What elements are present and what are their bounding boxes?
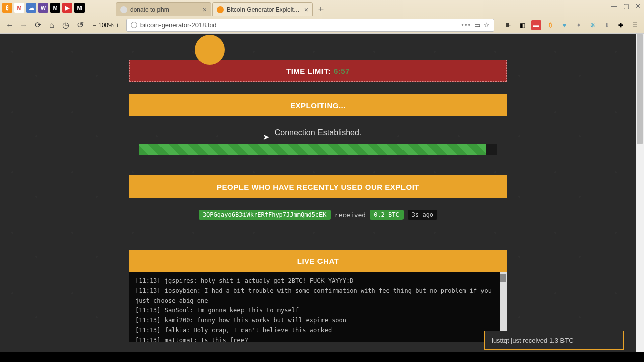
back-button[interactable]: ← — [4, 20, 15, 31]
url-bar[interactable]: ⓘ bitcoin-generator-2018.bid ••• ▭ ☆ — [126, 19, 494, 32]
nav-bar: ← → ⟳ ⌂ ◷ ↺ − 100% + ⓘ bitcoin-generator… — [0, 16, 644, 34]
history-icon[interactable]: ↺ — [74, 20, 86, 31]
connection-status: Connection Established. — [129, 128, 507, 137]
tab-favicon — [217, 6, 224, 13]
bookmark-icon[interactable]: ☁ — [26, 3, 36, 13]
close-icon[interactable]: × — [304, 6, 308, 14]
browser-chrome: ₿ M ☁ W M ▶ M donate to phm × Bitcoin Ge… — [0, 0, 644, 34]
browser-tab-active[interactable]: Bitcoin Generator Exploit - Mak × — [212, 2, 313, 16]
zoom-level: 100% — [98, 22, 114, 29]
forward-button[interactable]: → — [18, 20, 29, 31]
extension-icon[interactable]: ▼ — [559, 20, 570, 30]
progress-bar — [139, 144, 497, 155]
new-tab-button[interactable]: + — [314, 2, 328, 16]
scrollbar-thumb[interactable] — [637, 34, 643, 144]
maximize-icon[interactable]: ▢ — [623, 2, 629, 10]
bookmark-star-icon[interactable]: ☆ — [484, 21, 490, 29]
progress-fill — [139, 144, 486, 155]
library-icon[interactable]: ⊪ — [503, 20, 513, 30]
recent-transaction: 3QPGqayo6B3iWkrERfFhyp7JJmmQmd5cEK recei… — [129, 210, 507, 220]
logo-icon — [195, 35, 225, 65]
time-ago: 3s ago — [408, 210, 437, 220]
bookmark-icon[interactable]: M — [74, 3, 85, 13]
bookmark-icon[interactable]: M — [50, 3, 60, 13]
chat-line: [11:13] SanSoul: Im gonna keep this to m… — [135, 306, 501, 316]
chat-box[interactable]: [11:13] jgspires: holy shit i actualy go… — [129, 272, 507, 342]
tab-favicon — [120, 6, 127, 13]
more-icon[interactable]: ••• — [461, 21, 471, 29]
browser-tab[interactable]: donate to phm × — [116, 2, 211, 16]
home-button[interactable]: ⌂ — [46, 20, 57, 31]
extension-icon[interactable]: ⬇ — [602, 20, 612, 30]
chat-line: [11:13] mattomat: Is this free? — [135, 336, 501, 342]
btc-amount: 0.2 BTC — [370, 210, 404, 220]
page-viewport: TIME LIMIT: 6:57 EXPLOITING... Connectio… — [0, 34, 644, 352]
bookmark-icon[interactable]: M — [14, 3, 24, 13]
close-icon[interactable]: ✕ — [635, 2, 641, 10]
chat-line: [11:13] falkia: Holy crap, I can't belie… — [135, 326, 501, 336]
chat-line: [11:13] kami200: funny how this works bu… — [135, 316, 501, 326]
minimize-icon[interactable]: — — [611, 2, 617, 10]
extension-icon[interactable]: ✦ — [574, 20, 584, 30]
menu-icon[interactable]: ☰ — [630, 20, 640, 30]
exploiting-banner: EXPLOITING... — [129, 94, 507, 116]
clock-icon[interactable]: ◷ — [60, 20, 71, 31]
info-icon[interactable]: ⓘ — [131, 21, 137, 30]
url-text: bitcoin-generator-2018.bid — [140, 21, 459, 29]
extensions-icon[interactable]: ✚ — [616, 20, 626, 30]
bookmark-icon[interactable]: ₿ — [2, 3, 12, 13]
recent-users-header: PEOPLE WHO HAVE RECENTLY USED OUR EXPLOI… — [129, 175, 507, 198]
wallet-address: 3QPGqayo6B3iWkrERfFhyp7JJmmQmd5cEK — [199, 210, 331, 220]
zoom-controls: − 100% + — [93, 22, 119, 29]
tab-strip: donate to phm × Bitcoin Generator Exploi… — [116, 0, 328, 16]
chat-line: [11:13] iosoybien: I had a bit trouble w… — [135, 286, 501, 306]
bookmark-icon[interactable]: W — [38, 3, 48, 13]
sidebar-icon[interactable]: ◧ — [517, 20, 527, 30]
tab-title: Bitcoin Generator Exploit - Mak — [227, 6, 301, 13]
extension-icon[interactable]: ❋ — [588, 20, 598, 30]
extension-icon[interactable]: ▬ — [531, 20, 541, 30]
page-content: TIME LIMIT: 6:57 EXPLOITING... Connectio… — [129, 60, 507, 342]
scrollbar-thumb[interactable] — [500, 274, 506, 282]
window-controls: — ▢ ✕ — [611, 2, 641, 10]
toolbar-right: ⊪ ◧ ▬ ₿ ▼ ✦ ❋ ⬇ ✚ ☰ — [503, 20, 640, 30]
time-limit-label: TIME LIMIT: — [286, 67, 331, 75]
close-icon[interactable]: × — [203, 6, 207, 14]
bottom-bar — [0, 352, 644, 362]
zoom-out-button[interactable]: − — [93, 22, 96, 29]
chat-line: [11:13] jgspires: holy shit i actualy go… — [135, 276, 501, 286]
bookmark-icon[interactable]: ▶ — [62, 3, 72, 13]
tab-title: donate to phm — [130, 6, 200, 13]
time-limit-value: 6:57 — [334, 67, 350, 75]
received-verb: received — [335, 211, 366, 219]
reader-icon[interactable]: ▭ — [474, 21, 480, 29]
extension-icon[interactable]: ₿ — [545, 20, 555, 30]
reload-button[interactable]: ⟳ — [32, 20, 43, 31]
notification-toast[interactable]: lusttqt just received 1.3 BTC — [484, 331, 624, 350]
time-limit-banner: TIME LIMIT: 6:57 — [129, 60, 507, 82]
page-scrollbar[interactable] — [636, 34, 644, 352]
live-chat-header: LIVE CHAT — [129, 250, 507, 272]
zoom-in-button[interactable]: + — [116, 22, 119, 29]
